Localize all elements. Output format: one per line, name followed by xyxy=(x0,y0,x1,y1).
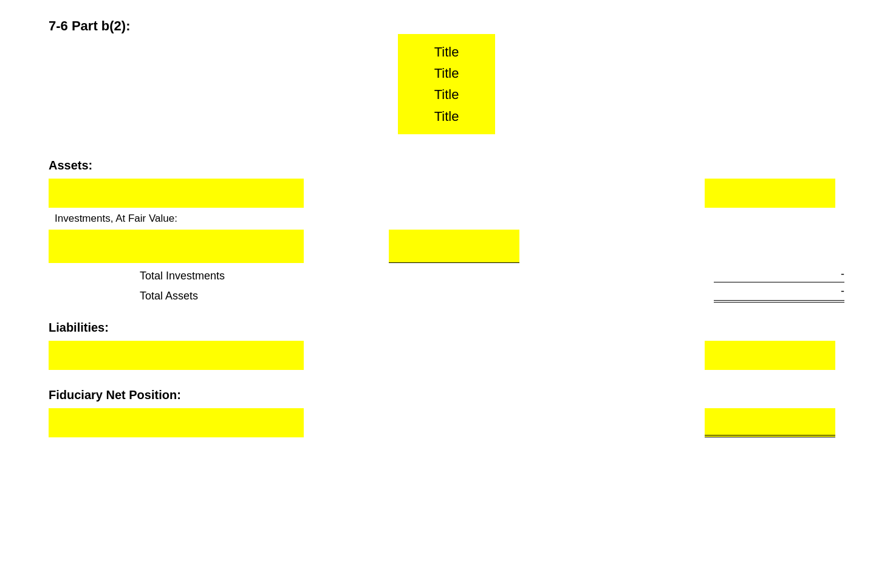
liabilities-yellow-left xyxy=(49,341,304,370)
total-assets-value: - xyxy=(714,285,844,303)
fiduciary-row xyxy=(49,408,844,437)
assets-yellow-left xyxy=(49,179,304,208)
investments-label: Investments, At Fair Value: xyxy=(55,213,177,224)
title-line-1: Title xyxy=(434,41,459,63)
assets-top-row xyxy=(49,179,844,208)
total-investments-row: Total Investments - xyxy=(49,268,844,282)
title-box: Title Title Title Title xyxy=(398,34,496,134)
title-line-4: Title xyxy=(434,106,459,127)
liabilities-row xyxy=(49,341,844,370)
title-line-3: Title xyxy=(434,84,459,105)
fiduciary-yellow-left xyxy=(49,408,304,437)
section-title: 7-6 Part b(2): xyxy=(49,18,130,33)
total-investments-value: - xyxy=(714,268,844,282)
page-header: 7-6 Part b(2): xyxy=(49,18,844,34)
total-investments-label: Total Investments xyxy=(140,270,225,282)
investments-yellow-left xyxy=(49,230,304,263)
liabilities-label: Liabilities: xyxy=(49,321,844,335)
fiduciary-yellow-right xyxy=(705,408,835,437)
total-assets-label: Total Assets xyxy=(140,290,198,302)
assets-label: Assets: xyxy=(49,159,844,173)
assets-section: Assets: Investments, At Fair Value: Tota… xyxy=(49,159,844,303)
investments-sub-row xyxy=(49,230,844,263)
fiduciary-label: Fiduciary Net Position: xyxy=(49,388,844,402)
liabilities-yellow-right xyxy=(705,341,835,370)
fiduciary-section: Fiduciary Net Position: xyxy=(49,388,844,437)
liabilities-section: Liabilities: xyxy=(49,321,844,370)
title-box-container: Title Title Title Title xyxy=(49,34,844,134)
assets-yellow-right xyxy=(705,179,835,208)
total-assets-row: Total Assets - xyxy=(49,285,844,303)
title-line-2: Title xyxy=(434,63,459,84)
investments-label-row: Investments, At Fair Value: xyxy=(49,213,844,225)
investments-yellow-mid xyxy=(389,230,519,263)
